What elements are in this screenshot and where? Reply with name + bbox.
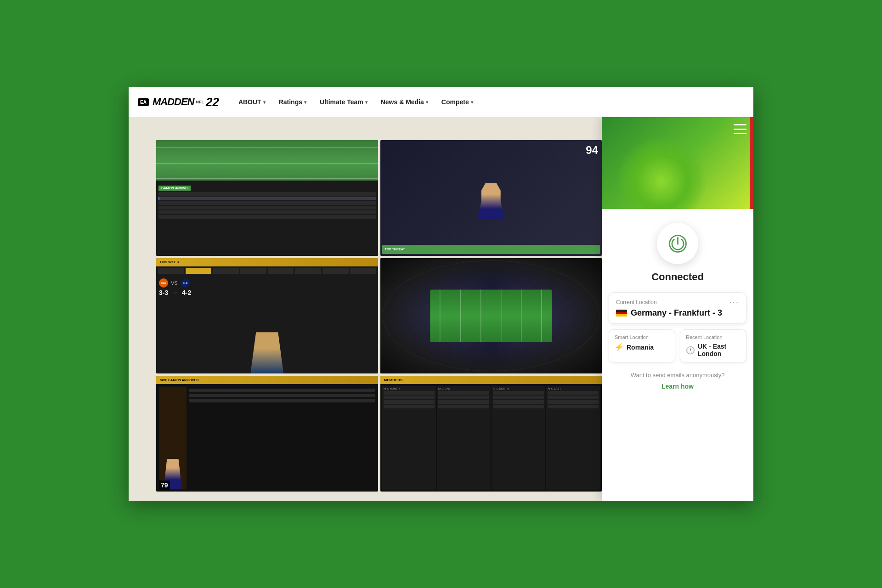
chevron-down-icon: ▾ (471, 100, 473, 105)
conf-label: NFC NORTH (384, 387, 435, 390)
nav-items: ABOUT ▾ Ratings ▾ Ultimate Team ▾ News &… (233, 95, 744, 109)
vpn-header-circle (616, 136, 707, 209)
screenshots-grid: GAMEPLANNING 94 (156, 140, 602, 492)
nav-item-about[interactable]: ABOUT ▾ (233, 95, 271, 109)
ea-badge: EA (138, 98, 149, 106)
madden-number: 22 (206, 95, 219, 109)
gameplanning-title: GAMEPLANNING (158, 186, 191, 191)
screenshot-gameplan-focus: SIVE GAMEPLAN FOCUS 79 (156, 376, 378, 492)
nfl-badge: NFL (196, 100, 204, 104)
current-location-label: Current Location (616, 299, 657, 305)
franchise-banner-2: SIVE GAMEPLAN FOCUS (156, 376, 378, 384)
smart-location-label: Smart Location (615, 334, 669, 340)
stadium-container (380, 258, 602, 374)
vpn-power-section: Connected (602, 209, 753, 292)
screenshot-franchise: FNS WEEK CLE VS CHI (156, 258, 378, 374)
current-location-value: Germany - Frankfurt - 3 (631, 308, 722, 318)
nav-item-news-media[interactable]: News & Media ▾ (375, 95, 434, 109)
nav-label-about: ABOUT (238, 98, 261, 106)
ham-line-2 (734, 129, 746, 130)
score-row: 3-3 – 4-2 (159, 289, 375, 296)
more-options-button[interactable]: ··· (729, 298, 739, 306)
conf-afc-north: AFC NORTH (492, 386, 545, 490)
stadium-lights (383, 260, 600, 372)
germany-flag-icon (616, 310, 627, 317)
smart-location-name: Romania (627, 344, 654, 351)
screenshot-player-card: 94 TOP THREAT (380, 140, 602, 256)
madden-logo: MADDEN NFL 22 (153, 95, 219, 109)
anon-email-text: Want to send emails anonymously? (609, 372, 746, 379)
chevron-down-icon: ▾ (304, 100, 306, 105)
chevron-down-icon: ▾ (426, 100, 428, 105)
score-text-2: 4-2 (182, 289, 191, 296)
conf-nfc-north: NFC NORTH (382, 386, 436, 490)
week-row (156, 266, 378, 276)
recent-location-name: UK - East London (698, 343, 741, 357)
recent-location-value-row: 🕐 UK - East London (686, 343, 741, 357)
power-icon (667, 233, 688, 254)
smart-location-box[interactable]: Smart Location ⚡ Romania (609, 329, 675, 362)
nav-label-news-media: News & Media (381, 98, 424, 106)
nav-label-ultimate-team: Ultimate Team (320, 98, 363, 106)
bottom-content (156, 384, 378, 492)
conf-label: AFC NORTH (493, 387, 544, 390)
vpn-connected-label: Connected (651, 271, 704, 283)
ham-line-1 (734, 124, 746, 125)
navbar: EA MADDEN NFL 22 ABOUT ▾ Ratings ▾ Ultim… (129, 87, 753, 117)
player-thumbnail (159, 387, 187, 489)
members-grid: NFC NORTH NFC EAST AFC NORTH (380, 384, 602, 492)
team-logo-browns: CLE (159, 278, 168, 288)
nav-label-ratings: Ratings (279, 98, 302, 106)
player-rating-badge: 79 (159, 481, 170, 490)
vpn-red-accent (750, 117, 753, 209)
recent-location-label: Recent Location (686, 334, 741, 340)
score-text: 3-3 (159, 289, 168, 296)
screenshot-stadium (380, 258, 602, 374)
madden-text: MADDEN (153, 96, 194, 108)
conf-label: AFC EAST (548, 387, 599, 390)
vpn-power-button[interactable] (657, 223, 698, 264)
player-image (249, 332, 285, 373)
team-logo-bears: CHI (181, 278, 190, 288)
player-bottom-area (156, 316, 378, 374)
scores-area: CLE VS CHI 3-3 – 4-2 (156, 276, 378, 299)
learn-how-link[interactable]: Learn how (662, 383, 694, 390)
chevron-down-icon: ▾ (263, 100, 266, 105)
location-header: Current Location ··· (616, 298, 739, 306)
ham-line-3 (734, 133, 746, 134)
chevron-down-icon: ▾ (365, 100, 368, 105)
nav-item-ultimate-team[interactable]: Ultimate Team ▾ (314, 95, 373, 109)
player-info-bar: TOP THREAT (382, 245, 600, 254)
conf-label: NFC EAST (438, 387, 489, 390)
player-bar-text: TOP THREAT (385, 248, 405, 251)
stadium-seats (380, 258, 602, 374)
nav-item-compete[interactable]: Compete ▾ (436, 95, 479, 109)
clock-icon: 🕐 (686, 346, 695, 355)
flag-stripe-gold (616, 314, 627, 317)
recent-location-box[interactable]: Recent Location 🕐 UK - East London (680, 329, 746, 362)
lightning-icon: ⚡ (615, 343, 624, 351)
main-content: GAMEPLANNING 94 (129, 117, 753, 501)
anon-email-section: Want to send emails anonymously? Learn h… (609, 372, 746, 390)
location-suggestions-row: Smart Location ⚡ Romania Recent Location… (609, 329, 746, 362)
location-country-row: Germany - Frankfurt - 3 (616, 308, 739, 318)
current-location-card: Current Location ··· Germany - Frankfurt… (609, 292, 746, 324)
nav-label-compete: Compete (441, 98, 469, 106)
members-header: MEMBERS (380, 376, 602, 384)
player-silhouette (477, 183, 505, 220)
conf-nfc-east: NFC EAST (437, 386, 491, 490)
screenshot-gameplanning: GAMEPLANNING (156, 140, 378, 256)
player-figure-area (380, 160, 602, 243)
conf-afc-east: AFC EAST (546, 386, 600, 490)
vpn-panel: Connected Current Location ··· Germany -… (602, 117, 753, 501)
screenshot-members: MEMBERS NFC NORTH NFC EAST (380, 376, 602, 492)
logo-area: EA MADDEN NFL 22 (138, 95, 219, 109)
hamburger-menu-button[interactable] (734, 124, 746, 134)
nav-item-ratings[interactable]: Ratings ▾ (273, 95, 312, 109)
player-rating: 94 (380, 140, 602, 160)
smart-location-value-row: ⚡ Romania (615, 343, 669, 351)
franchise-banner: FNS WEEK (156, 258, 378, 266)
vs-row: CLE VS CHI (159, 278, 375, 288)
vpn-header (602, 117, 753, 209)
